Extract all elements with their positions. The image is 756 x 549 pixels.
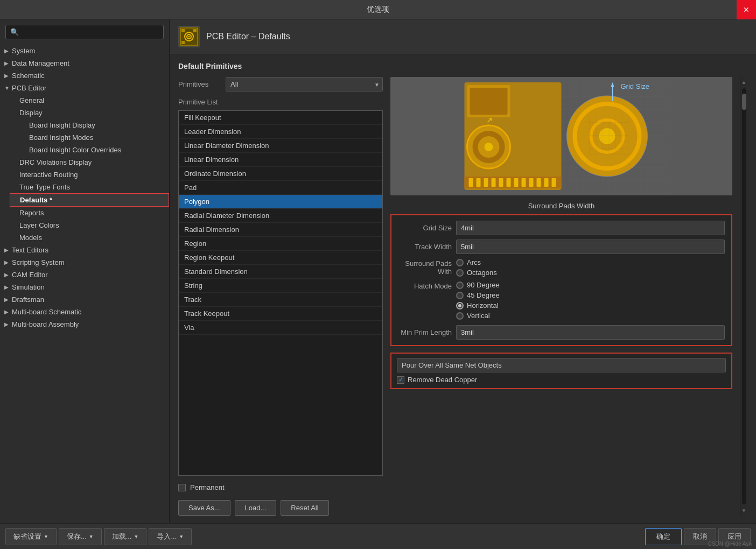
sidebar-item-general[interactable]: General (10, 94, 169, 107)
octagons-radio[interactable] (456, 269, 464, 277)
octagons-radio-row[interactable]: Octagons (456, 269, 497, 277)
load-button[interactable]: 加载... ▼ (104, 528, 147, 545)
sidebar-item-label: Multi-board Schematic (12, 308, 165, 316)
horizontal-radio-row[interactable]: Horizontal (456, 301, 500, 309)
primitive-list[interactable]: Fill Keepout Leader Dimension Linear Dia… (178, 110, 383, 476)
sidebar-item-layer-colors[interactable]: Layer Colors (10, 219, 169, 231)
svg-rect-5 (181, 29, 185, 32)
grid-size-input[interactable] (456, 221, 725, 235)
primitives-select[interactable]: All (226, 77, 383, 92)
sidebar-item-interactive-routing[interactable]: Interactive Routing (10, 168, 169, 181)
sidebar-item-schematic[interactable]: ▶ Schematic (0, 69, 169, 82)
svg-rect-33 (529, 178, 534, 187)
45deg-label: 45 Degree (467, 291, 500, 299)
sidebar-item-board-insight-color-overrides[interactable]: Board Insight Color Overrides (19, 144, 169, 156)
sidebar-item-multi-board-schematic[interactable]: ▶ Multi-board Schematic (0, 306, 169, 318)
svg-text:↗: ↗ (486, 116, 493, 124)
vertical-label: Vertical (467, 312, 490, 320)
properties-panel: ↗ (390, 77, 732, 516)
load-button[interactable]: Load... (235, 500, 277, 516)
track-width-input[interactable] (456, 240, 725, 254)
sidebar-item-pcb-editor[interactable]: ▼ PCB Editor (0, 82, 169, 94)
list-item[interactable]: Region Keepout (179, 251, 382, 265)
min-prim-input[interactable] (456, 325, 725, 340)
90deg-radio[interactable] (456, 281, 464, 289)
list-item[interactable]: Via (179, 321, 382, 335)
permanent-checkbox[interactable] (178, 484, 186, 491)
sidebar-item-models[interactable]: Models (10, 231, 169, 244)
ok-button[interactable]: 确定 (645, 528, 682, 545)
default-settings-arrow: ▼ (44, 534, 48, 539)
remove-dead-copper-row[interactable]: Remove Dead Copper (397, 376, 726, 384)
vertical-radio[interactable] (456, 312, 464, 320)
sidebar-item-system[interactable]: ▶ System (0, 45, 169, 57)
pour-over-select[interactable]: Pour Over All Same Net Objects (397, 358, 726, 372)
svg-rect-7 (181, 41, 185, 44)
list-item[interactable]: Fill Keepout (179, 111, 382, 125)
list-item[interactable]: Pad (179, 181, 382, 195)
svg-rect-6 (193, 29, 197, 32)
sidebar-item-label: Defaults * (20, 196, 164, 204)
search-input[interactable] (5, 25, 164, 39)
scroll-down-arrow[interactable]: ▼ (740, 506, 748, 515)
sidebar-item-text-editors[interactable]: ▶ Text Editors (0, 244, 169, 256)
list-item[interactable]: Ordinate Dimension (179, 167, 382, 181)
save-as-button[interactable]: Save As... (178, 500, 230, 516)
45deg-radio-row[interactable]: 45 Degree (456, 291, 500, 299)
scroll-up-arrow[interactable]: ▲ (740, 78, 748, 86)
list-item[interactable]: String (179, 279, 382, 293)
octagons-label: Octagons (467, 269, 497, 277)
list-item[interactable]: Linear Diameter Dimension (179, 139, 382, 153)
sidebar-item-label: Display (19, 109, 165, 117)
sidebar-item-label: Simulation (12, 283, 165, 291)
right-scrollbar[interactable]: ▲ ▼ (740, 77, 747, 516)
scroll-thumb[interactable] (742, 94, 746, 110)
save-button[interactable]: 保存... ▼ (59, 528, 102, 545)
horizontal-radio[interactable] (456, 302, 464, 309)
list-item[interactable]: Radial Diameter Dimension (179, 209, 382, 223)
sidebar: ▶ System ▶ Data Management ▶ Schematic ▼… (0, 19, 170, 523)
sidebar-item-label: True Type Fonts (19, 183, 165, 191)
list-item[interactable]: Linear Dimension (179, 153, 382, 167)
import-button[interactable]: 导入... ▼ (149, 528, 192, 545)
sidebar-item-cam-editor[interactable]: ▶ CAM Editor (0, 269, 169, 281)
45deg-radio[interactable] (456, 292, 464, 299)
arcs-radio-row[interactable]: Arcs (456, 258, 497, 266)
content-area: PCB Editor – Defaults Default Primitives… (170, 19, 756, 523)
sidebar-item-label: Board Insight Modes (29, 133, 165, 142)
list-item[interactable]: Standard Dimension (179, 265, 382, 279)
vertical-radio-row[interactable]: Vertical (456, 312, 500, 320)
sidebar-item-drc-violations[interactable]: DRC Violations Display (10, 156, 169, 168)
reset-all-button[interactable]: Reset All (281, 500, 328, 516)
sidebar-item-scripting-system[interactable]: ▶ Scripting System (0, 256, 169, 269)
list-item[interactable]: Track Keepout (179, 307, 382, 321)
list-item[interactable]: Radial Dimension (179, 223, 382, 237)
expand-arrow: ▶ (4, 321, 12, 327)
svg-rect-25 (469, 178, 473, 187)
primitives-panel: Primitives All ▼ Primitive List Fill Kee… (178, 77, 383, 516)
svg-rect-29 (499, 178, 503, 187)
sidebar-item-board-insight-display[interactable]: Board Insight Display (19, 119, 169, 131)
sidebar-item-data-management[interactable]: ▶ Data Management (0, 57, 169, 69)
sidebar-item-draftsman[interactable]: ▶ Draftsman (0, 293, 169, 306)
expand-arrow: ▶ (4, 309, 12, 315)
default-settings-button[interactable]: 缺省设置 ▼ (5, 528, 57, 545)
list-item[interactable]: Region (179, 237, 382, 251)
close-button[interactable]: ✕ (737, 0, 756, 19)
remove-dead-copper-checkbox[interactable] (397, 376, 404, 384)
sidebar-item-true-type-fonts[interactable]: True Type Fonts (10, 181, 169, 193)
scroll-track[interactable] (742, 88, 746, 504)
list-item[interactable]: Leader Dimension (179, 125, 382, 139)
sidebar-item-reports[interactable]: Reports (10, 207, 169, 219)
svg-rect-36 (552, 178, 556, 187)
sidebar-item-board-insight-modes[interactable]: Board Insight Modes (19, 131, 169, 144)
sidebar-item-multi-board-assembly[interactable]: ▶ Multi-board Assembly (0, 318, 169, 330)
sidebar-item-defaults[interactable]: Defaults * (10, 193, 169, 207)
permanent-row: Permanent (178, 483, 383, 491)
list-item-polygon[interactable]: Polygon (179, 195, 382, 209)
list-item[interactable]: Track (179, 293, 382, 307)
sidebar-item-simulation[interactable]: ▶ Simulation (0, 281, 169, 293)
90deg-radio-row[interactable]: 90 Degree (456, 281, 500, 289)
sidebar-item-display[interactable]: Display (10, 107, 169, 119)
arcs-radio[interactable] (456, 259, 464, 266)
